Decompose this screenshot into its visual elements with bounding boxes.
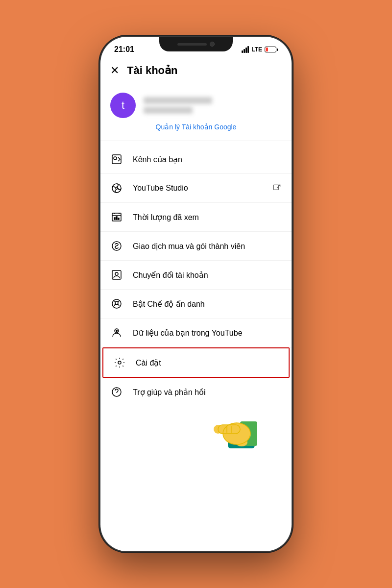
switch-account-icon [110,269,123,281]
svg-rect-20 [240,421,257,446]
channel-icon [110,153,123,166]
svg-point-2 [112,184,121,193]
useremail-blurred [144,107,193,114]
menu-item-watch-time[interactable]: Thời lượng đã xem [100,203,292,232]
svg-point-11 [115,272,118,275]
settings-icon [113,356,126,369]
menu-item-your-data[interactable]: Dữ liệu của bạn trong YouTube [100,318,292,347]
username-blurred [144,97,212,104]
external-link-icon [272,183,282,193]
user-info [144,97,282,114]
menu-label-switch-account: Chuyển đổi tài khoản [133,270,282,280]
avatar: t [110,93,136,118]
menu-label-settings: Cài đặt [136,358,279,368]
your-data-icon [110,326,123,339]
manage-account-link[interactable]: Quản lý Tài khoản Google [156,123,237,131]
close-button[interactable]: ✕ [110,65,119,76]
menu-item-switch-account[interactable]: Chuyển đổi tài khoản [100,261,292,290]
svg-point-16 [118,361,121,364]
incognito-icon [110,297,123,310]
menu-label-your-data: Dữ liệu của bạn trong YouTube [133,328,282,338]
user-section: t Quản lý Tài khoản Google [100,85,292,141]
menu-label-youtube-studio: YouTube Studio [133,184,262,193]
svg-point-22 [223,423,250,444]
svg-rect-19 [229,430,254,435]
menu-label-your-channel: Kênh của bạn [133,155,282,164]
svg-rect-6 [114,218,115,220]
menu-label-purchases: Giao dịch mua và gói thành viên [133,242,282,251]
svg-rect-23 [218,425,240,434]
menu-label-incognito: Bật Chế độ ẩn danh [133,299,282,309]
svg-point-12 [112,299,121,308]
svg-point-1 [114,157,117,160]
status-icons: LTE [242,46,278,53]
signal-icon [242,46,249,53]
camera [210,42,215,47]
svg-rect-18 [228,431,255,448]
dollar-icon [110,240,123,252]
menu-item-purchases[interactable]: Giao dịch mua và gói thành viên [100,232,292,261]
menu-item-settings[interactable]: Cài đặt [102,347,290,378]
svg-point-15 [116,330,118,332]
svg-point-21 [247,433,251,437]
menu-label-watch-time: Thời lượng đã xem [133,213,282,222]
battery-icon [265,47,278,52]
notch [159,37,233,51]
svg-point-27 [236,439,247,446]
lte-label: LTE [251,46,262,53]
speaker [177,43,207,46]
header: ✕ Tài khoản [100,58,292,85]
svg-rect-7 [116,217,117,220]
status-time: 21:01 [114,45,134,54]
svg-point-24 [214,425,222,434]
page-title: Tài khoản [127,64,177,77]
help-icon [110,386,123,398]
studio-icon [110,182,123,195]
user-row: t [110,93,282,118]
menu-item-help[interactable]: Trợ giúp và phản hồi [100,378,292,406]
menu-label-help: Trợ giúp và phản hồi [133,388,282,397]
watchtime-icon [110,211,123,223]
svg-point-3 [116,187,118,189]
svg-rect-29 [218,425,240,434]
menu-item-youtube-studio[interactable]: YouTube Studio [100,174,292,203]
phone-frame: 21:01 LTE ✕ Tài khoản [100,37,292,551]
svg-rect-8 [118,218,119,220]
menu-list: Kênh của bạn YouTube Studio [100,141,292,410]
screen: 21:01 LTE ✕ Tài khoản [100,37,292,551]
svg-point-28 [223,423,250,444]
menu-item-your-channel[interactable]: Kênh của bạn [100,145,292,174]
svg-point-13 [115,301,118,304]
menu-item-incognito[interactable]: Bật Chế độ ẩn danh [100,290,292,318]
